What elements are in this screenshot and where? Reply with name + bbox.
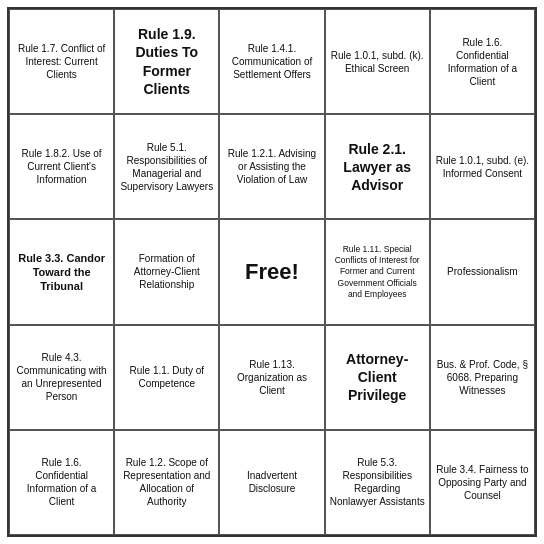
cell-r4c3[interactable]: Rule 5.3. Responsibilities Regarding Non… — [325, 430, 430, 535]
cell-r4c0[interactable]: Rule 1.6. Confidential Information of a … — [9, 430, 114, 535]
cell-r0c4[interactable]: Rule 1.6. Confidential Information of a … — [430, 9, 535, 114]
cell-r3c3[interactable]: Attorney-Client Privilege — [325, 325, 430, 430]
bingo-card: Rule 1.7. Conflict of Interest: Current … — [7, 7, 537, 537]
cell-r0c1[interactable]: Rule 1.9. Duties To Former Clients — [114, 9, 219, 114]
cell-r1c0[interactable]: Rule 1.8.2. Use of Current Client's Info… — [9, 114, 114, 219]
cell-r1c3[interactable]: Rule 2.1. Lawyer as Advisor — [325, 114, 430, 219]
cell-r4c4[interactable]: Rule 3.4. Fairness to Opposing Party and… — [430, 430, 535, 535]
cell-r2c3[interactable]: Rule 1.11. Special Conflicts of Interest… — [325, 219, 430, 324]
cell-r1c1[interactable]: Rule 5.1. Responsibilities of Managerial… — [114, 114, 219, 219]
cell-r3c0[interactable]: Rule 4.3. Communicating with an Unrepres… — [9, 325, 114, 430]
cell-r0c0[interactable]: Rule 1.7. Conflict of Interest: Current … — [9, 9, 114, 114]
bingo-grid: Rule 1.7. Conflict of Interest: Current … — [9, 9, 535, 535]
cell-r0c3[interactable]: Rule 1.0.1, subd. (k). Ethical Screen — [325, 9, 430, 114]
cell-r2c2[interactable]: Free! — [219, 219, 324, 324]
cell-r1c4[interactable]: Rule 1.0.1, subd. (e). Informed Consent — [430, 114, 535, 219]
cell-r4c2[interactable]: Inadvertent Disclosure — [219, 430, 324, 535]
cell-r3c2[interactable]: Rule 1.13. Organization as Client — [219, 325, 324, 430]
cell-r2c1[interactable]: Formation of Attorney-Client Relationshi… — [114, 219, 219, 324]
cell-r3c4[interactable]: Bus. & Prof. Code, § 6068. Preparing Wit… — [430, 325, 535, 430]
cell-r3c1[interactable]: Rule 1.1. Duty of Competence — [114, 325, 219, 430]
cell-r4c1[interactable]: Rule 1.2. Scope of Representation and Al… — [114, 430, 219, 535]
cell-r2c0[interactable]: Rule 3.3. Candor Toward the Tribunal — [9, 219, 114, 324]
cell-r2c4[interactable]: Professionalism — [430, 219, 535, 324]
cell-r0c2[interactable]: Rule 1.4.1. Communication of Settlement … — [219, 9, 324, 114]
cell-r1c2[interactable]: Rule 1.2.1. Advising or Assisting the Vi… — [219, 114, 324, 219]
